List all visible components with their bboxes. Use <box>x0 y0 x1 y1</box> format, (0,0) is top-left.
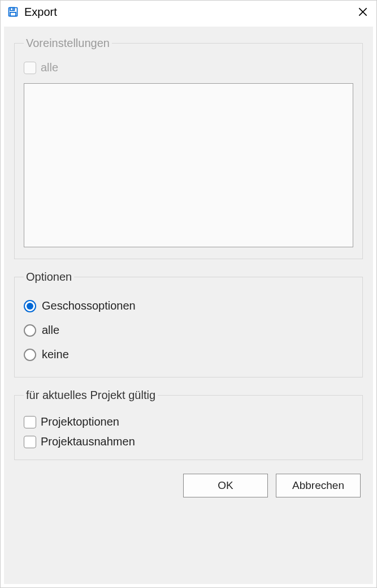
presets-group: Voreinstellungen alle <box>14 37 363 259</box>
presets-listbox[interactable] <box>24 83 353 247</box>
option-radio-0[interactable]: Geschossoptionen <box>24 299 353 312</box>
options-group: Optionen Geschossoptionenallekeine <box>14 271 363 377</box>
radio-label: alle <box>42 324 59 337</box>
presets-legend: Voreinstellungen <box>24 37 112 50</box>
projektoptionen-checkbox[interactable]: Projektoptionen <box>24 415 353 428</box>
dialog-title: Export <box>24 6 350 19</box>
save-icon <box>7 6 19 18</box>
radio-label: Geschossoptionen <box>42 299 136 312</box>
project-group: für aktuelles Projekt gültig Projektopti… <box>14 389 363 460</box>
svg-rect-2 <box>10 12 16 16</box>
options-legend: Optionen <box>24 271 74 284</box>
checkbox-label: Projektoptionen <box>41 415 119 428</box>
projektausnahmen-checkbox[interactable]: Projektausnahmen <box>24 435 353 448</box>
ok-button[interactable]: OK <box>183 474 268 497</box>
dialog-content: Voreinstellungen alle Optionen Geschosso… <box>4 27 373 584</box>
presets-all-checkbox[interactable]: alle <box>24 61 353 74</box>
checkbox-icon <box>24 436 36 448</box>
option-radio-2[interactable]: keine <box>24 348 353 361</box>
radio-icon <box>24 300 36 312</box>
checkbox-icon <box>24 416 36 428</box>
radio-icon <box>24 349 36 361</box>
checkbox-label: Projektausnahmen <box>41 435 135 448</box>
option-radio-1[interactable]: alle <box>24 324 353 337</box>
button-row: OK Abbrechen <box>14 471 363 502</box>
radio-label: keine <box>42 348 69 361</box>
svg-rect-1 <box>10 8 15 11</box>
export-dialog: Export Voreinstellungen alle Optionen Ge… <box>0 0 377 588</box>
cancel-button[interactable]: Abbrechen <box>276 474 361 497</box>
checkbox-label: alle <box>41 61 58 74</box>
project-legend: für aktuelles Projekt gültig <box>24 389 158 402</box>
titlebar: Export <box>1 1 376 23</box>
checkbox-icon <box>24 62 36 74</box>
radio-icon <box>24 324 36 337</box>
close-button[interactable] <box>356 5 370 19</box>
